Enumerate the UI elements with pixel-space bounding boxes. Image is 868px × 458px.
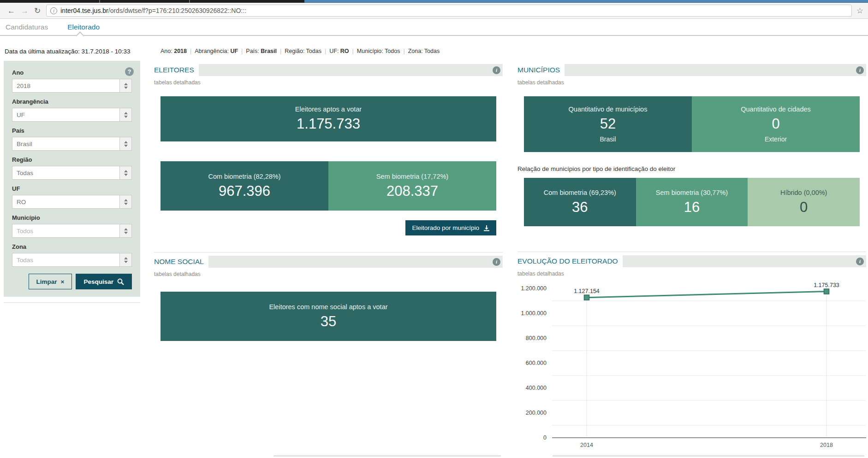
breadcrumb-item: País: Brasil xyxy=(246,48,277,54)
quantitativo-row: Quantitativo de municípios 52 Brasil Qua… xyxy=(524,96,860,152)
filter-label: Município xyxy=(12,214,132,221)
select-stepper-icon[interactable] xyxy=(119,195,131,208)
nome-social-title: NOME SOCIAL xyxy=(154,258,204,266)
forward-icon[interactable]: → xyxy=(21,7,29,15)
municipios-detail-link[interactable]: tabelas detalhadas xyxy=(517,79,564,86)
url-bar[interactable]: i inter04.tse.jus.br/ords/dwtse/f?p=176:… xyxy=(46,5,852,17)
select-stepper-icon[interactable] xyxy=(119,79,131,92)
bookmark-star-icon[interactable]: ☆ xyxy=(856,6,863,16)
breadcrumb-separator: | xyxy=(187,48,195,54)
select-stepper-icon[interactable] xyxy=(119,137,131,150)
relacao-row: Com biometria (69,23%) 36 Sem biometria … xyxy=(524,178,860,226)
filter-label: UF xyxy=(12,185,132,192)
help-icon[interactable]: ? xyxy=(125,67,134,76)
nome-social-header: NOME SOCIAL i xyxy=(154,256,503,268)
filter-select-região[interactable]: Todas xyxy=(12,166,132,180)
filter-label: Região xyxy=(12,156,132,163)
stat-municipios-brasil: Quantitativo de municípios 52 Brasil xyxy=(524,96,692,152)
evolucao-header-bar: i xyxy=(623,255,866,267)
filter-select-value: Brasil xyxy=(12,137,119,150)
filter-label: Zona xyxy=(12,243,132,250)
filter-select-município[interactable]: Todos xyxy=(12,224,132,238)
stat-value: 0 xyxy=(772,116,779,132)
eleitores-header-bar: i xyxy=(199,64,503,76)
page-info-icon[interactable]: i xyxy=(50,7,57,14)
filter-select-value: Todos xyxy=(12,224,119,237)
clear-button-label: Limpar xyxy=(36,278,57,285)
filter-group-ano: Ano2018 xyxy=(12,69,132,93)
stat-value: 0 xyxy=(800,200,808,215)
search-button-label: Pesquisar xyxy=(83,278,113,285)
filter-select-value: Todas xyxy=(12,253,119,266)
last-update-text: Data da última atualização: 31.7.2018 - … xyxy=(4,48,152,55)
clear-x-icon: × xyxy=(61,278,65,285)
svg-text:800.000: 800.000 xyxy=(526,335,547,341)
filter-label: Ano xyxy=(12,69,132,76)
stat-value: 1.175.733 xyxy=(297,116,360,132)
evolucao-header: EVOLUÇÃO DO ELEITORADO i xyxy=(517,255,866,267)
svg-text:1.000.000: 1.000.000 xyxy=(521,310,547,317)
filter-group-zona: ZonaTodas xyxy=(12,243,132,267)
column-left: ELEITORES i tabelas detalhadas Eleitores… xyxy=(154,64,503,455)
stat-value: 36 xyxy=(572,200,588,215)
stat-value: 35 xyxy=(321,314,336,329)
tab-eleitorado[interactable]: Eleitorado xyxy=(67,23,100,31)
download-icon xyxy=(483,225,490,231)
filter-panel: ? Ano2018AbrangênciaUFPaísBrasilRegiãoTo… xyxy=(4,61,140,297)
nome-social-detail-link[interactable]: tabelas detalhadas xyxy=(154,271,201,277)
stat-label: Híbrido (0,00%) xyxy=(780,189,827,196)
info-icon[interactable]: i xyxy=(493,258,500,266)
filter-select-ano[interactable]: 2018 xyxy=(12,79,132,93)
info-icon[interactable]: i xyxy=(856,258,864,265)
info-icon[interactable]: i xyxy=(856,66,864,74)
select-stepper-icon[interactable] xyxy=(119,166,131,179)
filter-select-zona[interactable]: Todas xyxy=(12,253,132,267)
stat-value: 52 xyxy=(600,116,616,132)
stat-com-biometria: Com biometria (82,28%) 967.396 xyxy=(161,161,328,211)
filter-group-abrangência: AbrangênciaUF xyxy=(12,98,132,122)
breadcrumb-item: Abrangência: UF xyxy=(195,48,238,54)
url-text: inter04.tse.jus.br/ords/dwtse/f?p=176:21… xyxy=(60,7,246,14)
browser-toolbar: ← → ↻ i inter04.tse.jus.br/ords/dwtse/f?… xyxy=(0,3,868,19)
search-button[interactable]: Pesquisar xyxy=(76,274,132,289)
eleitores-detail-link[interactable]: tabelas detalhadas xyxy=(154,79,201,86)
svg-text:0: 0 xyxy=(543,435,547,441)
filter-select-value: UF xyxy=(12,108,119,121)
stat-label: Sem biometria (17,72%) xyxy=(376,173,448,180)
section-divider xyxy=(517,252,866,252)
breadcrumb-separator: | xyxy=(349,48,357,54)
stat-mun-sem-biometria: Sem biometria (30,77%) 16 xyxy=(636,178,748,226)
select-stepper-icon[interactable] xyxy=(119,108,131,121)
info-icon[interactable]: i xyxy=(493,66,500,74)
stat-sem-biometria: Sem biometria (17,72%) 208.337 xyxy=(328,161,496,211)
select-stepper-icon[interactable] xyxy=(119,224,131,237)
app-tab-bar: Candidaturas Eleitorado xyxy=(0,19,868,36)
line-chart-svg: 0200.000400.000600.000800.0001.000.0001.… xyxy=(517,282,866,453)
filter-group-uf: UFRO xyxy=(12,185,132,209)
stat-sublabel: Brasil xyxy=(600,135,616,143)
download-eleitorado-button[interactable]: Eleitorado por município xyxy=(405,220,496,235)
reload-icon[interactable]: ↻ xyxy=(34,7,41,15)
stat-label: Quantitativo de municípios xyxy=(569,106,648,113)
breadcrumb-item: Município: Todos xyxy=(357,48,400,54)
filter-select-uf[interactable]: RO xyxy=(12,195,132,209)
clear-button[interactable]: Limpar × xyxy=(29,274,72,289)
back-icon[interactable]: ← xyxy=(7,7,15,15)
browser-tabstrip xyxy=(0,0,868,3)
evolucao-line-chart: 0200.000400.000600.000800.0001.000.0001.… xyxy=(517,282,866,455)
tab-separator xyxy=(99,0,100,3)
breadcrumb-item: Zona: Todas xyxy=(408,48,440,54)
select-stepper-icon[interactable] xyxy=(119,253,131,266)
cutoff-section-bar xyxy=(273,455,501,457)
filter-group-município: MunicípioTodos xyxy=(12,214,132,238)
stat-eleitores-aptos: Eleitores aptos a votar 1.175.733 xyxy=(161,96,496,141)
stat-value: 967.396 xyxy=(219,183,270,199)
filter-select-país[interactable]: Brasil xyxy=(12,137,132,151)
municipios-header-bar: i xyxy=(565,64,866,76)
filter-select-value: Todas xyxy=(12,166,119,179)
stat-label: Com biometria (82,28%) xyxy=(208,173,280,180)
tab-candidaturas[interactable]: Candidaturas xyxy=(6,23,48,31)
filter-select-abrangência[interactable]: UF xyxy=(12,108,132,122)
svg-text:400.000: 400.000 xyxy=(526,385,547,391)
evolucao-detail-link[interactable]: tabelas detalhadas xyxy=(517,270,564,277)
